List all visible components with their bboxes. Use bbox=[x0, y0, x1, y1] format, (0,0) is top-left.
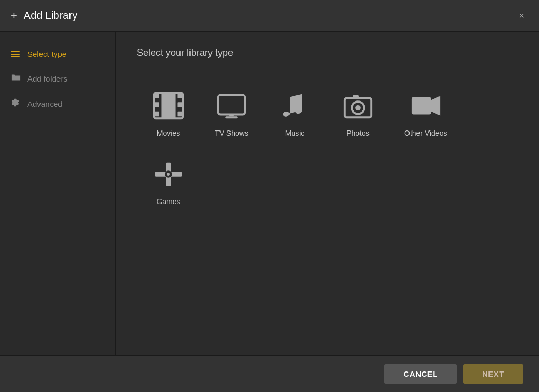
svg-rect-4 bbox=[177, 93, 183, 98]
svg-rect-6 bbox=[177, 112, 183, 117]
gear-icon bbox=[11, 98, 21, 109]
add-library-dialog: + Add Library × Select type bbox=[0, 0, 539, 392]
svg-point-14 bbox=[355, 105, 361, 110]
folder-icon bbox=[11, 73, 21, 84]
photos-icon bbox=[341, 90, 375, 122]
content-panel: Select your library type bbox=[116, 32, 539, 355]
content-heading: Select your library type bbox=[137, 47, 518, 58]
footer: CANCEL NEXT bbox=[0, 355, 539, 392]
sidebar-item-label: Select type bbox=[27, 49, 66, 58]
music-label: Music bbox=[285, 129, 305, 137]
library-type-movies[interactable]: Movies bbox=[137, 79, 200, 148]
movies-label: Movies bbox=[157, 129, 180, 137]
library-type-music[interactable]: Music bbox=[263, 79, 326, 148]
other-videos-label: Other Videos bbox=[404, 129, 447, 137]
add-library-icon: + bbox=[11, 10, 17, 22]
svg-rect-15 bbox=[353, 95, 359, 98]
svg-rect-5 bbox=[177, 102, 183, 107]
sidebar-item-add-folders[interactable]: Add folders bbox=[0, 66, 115, 91]
cancel-button[interactable]: CANCEL bbox=[384, 364, 457, 384]
svg-rect-1 bbox=[154, 93, 159, 98]
svg-rect-8 bbox=[218, 95, 245, 115]
library-type-tv-shows[interactable]: TV Shows bbox=[200, 79, 263, 148]
tv-shows-icon bbox=[215, 90, 248, 122]
photos-label: Photos bbox=[346, 129, 370, 137]
sidebar-item-advanced[interactable]: Advanced bbox=[0, 91, 115, 116]
svg-rect-16 bbox=[412, 97, 431, 115]
sidebar: Select type Add folders Advanced bbox=[0, 32, 116, 355]
svg-rect-2 bbox=[154, 102, 159, 107]
other-videos-icon bbox=[409, 90, 443, 122]
dialog-title: Add Library bbox=[24, 9, 77, 22]
movies-icon bbox=[152, 90, 185, 122]
sidebar-item-label: Add folders bbox=[27, 74, 67, 83]
sidebar-item-select-type[interactable]: Select type bbox=[0, 42, 115, 66]
main-content: Select type Add folders Advanced bbox=[0, 32, 539, 355]
library-types-grid: Movies TV Shows bbox=[137, 79, 518, 216]
sidebar-item-label: Advanced bbox=[27, 99, 63, 108]
games-icon bbox=[152, 158, 185, 190]
svg-point-21 bbox=[167, 173, 170, 176]
menu-icon bbox=[11, 51, 21, 57]
svg-rect-10 bbox=[229, 114, 234, 116]
title-bar: + Add Library × bbox=[0, 0, 539, 32]
library-type-games[interactable]: Games bbox=[137, 148, 200, 216]
title-bar-left: + Add Library bbox=[11, 9, 77, 22]
music-icon bbox=[278, 90, 312, 122]
games-label: Games bbox=[156, 197, 180, 206]
next-button[interactable]: NEXT bbox=[463, 364, 523, 384]
svg-rect-3 bbox=[154, 112, 159, 117]
tv-shows-label: TV Shows bbox=[215, 129, 248, 137]
svg-marker-17 bbox=[431, 96, 440, 116]
svg-rect-7 bbox=[161, 93, 175, 118]
svg-rect-9 bbox=[225, 116, 237, 118]
library-type-photos[interactable]: Photos bbox=[326, 79, 390, 148]
library-type-other-videos[interactable]: Other Videos bbox=[390, 79, 462, 148]
close-button[interactable]: × bbox=[514, 9, 528, 23]
